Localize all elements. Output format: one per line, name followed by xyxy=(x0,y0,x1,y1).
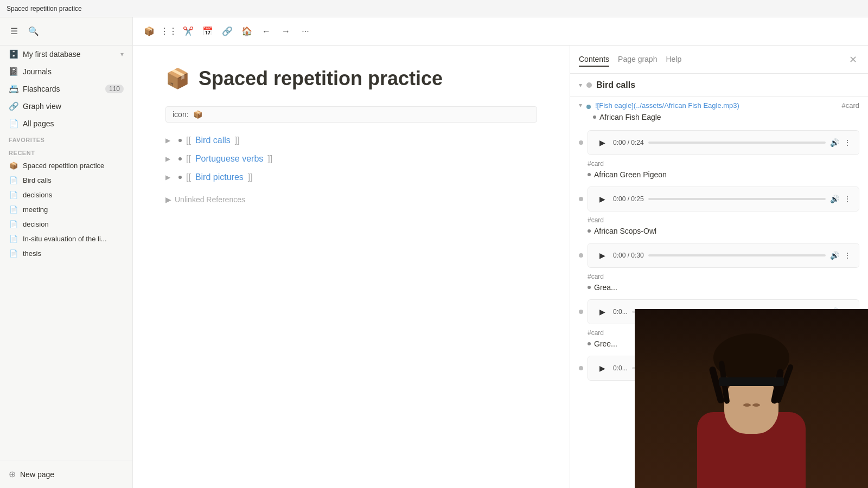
rp-card-2-audio: ▶ 0:00 / 0:25 🔊 ⋮ xyxy=(588,187,859,211)
tab-contents[interactable]: Contents xyxy=(579,53,609,67)
rp-card-2-more-icon[interactable]: ⋮ xyxy=(844,195,851,203)
recent-section-label: RECENT xyxy=(0,145,132,158)
right-panel-close-button[interactable]: ✕ xyxy=(846,53,859,66)
rp-item-link-top[interactable]: ![Fish eagle](../assets/African Fish Eag… xyxy=(595,101,835,110)
spaced-rep-label: Spaced repetition practice xyxy=(23,162,104,170)
rp-card-2-name-row: African Scops-Owl xyxy=(570,226,868,239)
toolbar-forward-btn[interactable]: → xyxy=(278,24,293,39)
new-page-button[interactable]: ⊕ New page xyxy=(2,465,130,484)
sidebar-item-graph-view[interactable]: 🔗 Graph view xyxy=(2,98,130,114)
rp-card-1-tag: #card xyxy=(570,157,868,169)
tab-page-graph[interactable]: Page graph xyxy=(618,53,657,67)
rp-card4-bullet xyxy=(579,310,583,314)
block-link-portuguese-verbs[interactable]: Portuguese verbs xyxy=(195,154,263,164)
rp-card-1-name-row: African Green Pigeon xyxy=(570,169,868,182)
rp-card-2-time: 0:00 / 0:25 xyxy=(613,195,644,203)
rp-card-4-play-btn[interactable]: ▶ xyxy=(596,305,609,318)
toolbar-home-btn[interactable]: 🏠 xyxy=(239,24,254,39)
decision-label: decision xyxy=(23,220,49,228)
block-toggle-icon-3[interactable]: ▶ xyxy=(165,174,174,181)
sidebar-item-workspace[interactable]: 🗄️ My first database ▾ xyxy=(2,46,130,62)
rp-card1-tag-label: #card xyxy=(588,160,604,168)
block-toggle-icon-2[interactable]: ▶ xyxy=(165,155,174,163)
new-page-label: New page xyxy=(20,470,54,479)
meeting-icon: 📄 xyxy=(9,206,18,214)
toolbar-plugin-btn[interactable]: 📦 xyxy=(142,24,157,39)
workspace-icon: 🗄️ xyxy=(9,49,18,59)
rp-card5-bullet xyxy=(579,366,583,370)
recent-item-thesis[interactable]: 📄 thesis xyxy=(2,247,130,260)
rp-section-header: ▾ Bird calls xyxy=(570,74,868,97)
decision-icon: 📄 xyxy=(9,220,18,228)
block-link-bird-pictures[interactable]: Bird pictures xyxy=(195,172,244,182)
rp-card2-tag-label: #card xyxy=(588,216,604,224)
search-button[interactable]: 🔍 xyxy=(26,24,41,39)
titlebar-title: Spaced repetition practice xyxy=(7,5,82,12)
person-headband xyxy=(719,377,784,386)
recent-item-spaced-rep[interactable]: 📦 Spaced repetition practice xyxy=(2,159,130,172)
toolbar-link-btn[interactable]: 🔗 xyxy=(220,24,235,39)
all-pages-label: All pages xyxy=(23,119,124,128)
decisions-label: decisions xyxy=(23,191,52,199)
sidebar-header: ☰ 🔍 xyxy=(0,17,132,46)
toggle-sidebar-button[interactable]: ☰ xyxy=(7,24,22,39)
page-property: icon: 📦 xyxy=(165,106,537,123)
rp-card3-row: ▶ 0:00 / 0:30 🔊 ⋮ xyxy=(570,241,868,270)
block-portuguese-verbs: ▶ [[Portuguese verbs]] xyxy=(165,152,537,166)
rp-card3-tag-label: #card xyxy=(588,273,604,280)
sidebar-bottom: ⊕ New page xyxy=(0,460,132,488)
toolbar-grid-btn[interactable]: ⋮⋮ xyxy=(161,24,176,39)
rp-card-1-progress-track[interactable] xyxy=(648,142,826,144)
rp-card-3-progress-track[interactable] xyxy=(648,254,826,256)
rp-card1-bird-name: African Green Pigeon xyxy=(594,170,667,179)
toolbar-cut-btn[interactable]: ✂️ xyxy=(181,24,196,39)
rp-card-3-volume-icon[interactable]: 🔊 xyxy=(830,251,839,260)
flashcards-count: 110 xyxy=(105,85,124,93)
sidebar-item-journals[interactable]: 📓 Journals xyxy=(2,63,130,80)
rp-card-1-more-icon[interactable]: ⋮ xyxy=(844,138,851,147)
recent-item-decision[interactable]: 📄 decision xyxy=(2,217,130,231)
rp-sub-item-top: African Fish Eagle xyxy=(570,112,868,126)
recent-item-bird-calls[interactable]: 📄 Bird calls xyxy=(2,174,130,187)
recent-item-meeting[interactable]: 📄 meeting xyxy=(2,203,130,216)
rp-card-3-more-icon[interactable]: ⋮ xyxy=(844,251,851,260)
toolbar: 📦 ⋮⋮ ✂️ 📅 🔗 🏠 ← → ··· xyxy=(133,17,868,46)
rp-card-1-audio: ▶ 0:00 / 0:24 🔊 ⋮ xyxy=(588,131,859,155)
rp-card-1-volume-icon[interactable]: 🔊 xyxy=(830,138,839,147)
right-panel-tabs: Contents Page graph Help ✕ xyxy=(570,46,868,74)
recent-item-in-situ[interactable]: 📄 In-situ evaluation of the li... xyxy=(2,232,130,246)
recent-item-decisions[interactable]: 📄 decisions xyxy=(2,188,130,202)
rp-section-toggle-icon[interactable]: ▾ xyxy=(579,81,582,89)
rp-card-3-play-btn[interactable]: ▶ xyxy=(596,249,609,262)
rp-card-1-play-btn[interactable]: ▶ xyxy=(596,136,609,149)
page-emoji: 📦 xyxy=(165,67,190,90)
open-bracket-3: [[ xyxy=(186,172,191,182)
close-bracket-2: ]] xyxy=(267,154,272,164)
rp-card4-tag-label: #card xyxy=(588,329,604,337)
rp-card-2-progress-track[interactable] xyxy=(648,198,826,200)
sidebar-item-all-pages[interactable]: 📄 All pages xyxy=(2,115,130,132)
bird-calls-label: Bird calls xyxy=(23,176,52,184)
rp-card-5-play-btn[interactable]: ▶ xyxy=(596,362,609,375)
toolbar-back-btn[interactable]: ← xyxy=(259,24,274,39)
new-page-icon: ⊕ xyxy=(9,469,16,479)
block-link-bird-calls[interactable]: Bird calls xyxy=(195,136,231,145)
sidebar-item-flashcards[interactable]: 📇 Flashcards 110 xyxy=(2,81,130,97)
rp-card-2-volume-icon[interactable]: 🔊 xyxy=(830,195,839,203)
unlinked-refs-label: Unlinked References xyxy=(175,195,245,204)
rp-card-2-play-btn[interactable]: ▶ xyxy=(596,192,609,206)
flashcards-label: Flashcards xyxy=(23,85,101,93)
toolbar-calendar-btn[interactable]: 📅 xyxy=(200,24,215,39)
workspace-chevron-icon: ▾ xyxy=(120,50,124,58)
rp-item-toggle[interactable]: ▾ xyxy=(579,101,582,109)
toolbar-more-btn[interactable]: ··· xyxy=(298,24,313,39)
close-bracket-1: ]] xyxy=(235,136,240,145)
unlinked-references[interactable]: ▶ Unlinked References xyxy=(165,195,537,204)
rp-card-2-tag: #card xyxy=(570,214,868,226)
unlinked-refs-toggle-icon: ▶ xyxy=(165,195,171,204)
property-label: icon: xyxy=(173,110,189,119)
rp-card1-name-bullet xyxy=(588,173,591,176)
rp-top-item: ▾ ![Fish eagle](../assets/African Fish E… xyxy=(570,97,868,112)
tab-help[interactable]: Help xyxy=(666,53,681,67)
block-toggle-icon[interactable]: ▶ xyxy=(165,137,174,144)
